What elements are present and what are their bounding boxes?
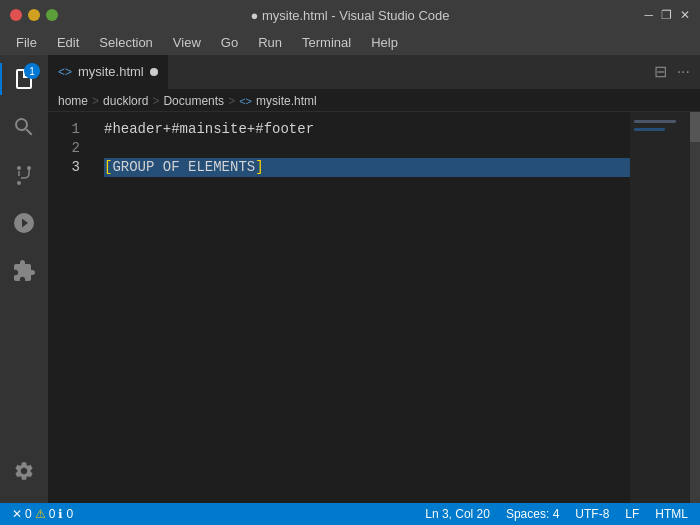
line-number-2: 2 (48, 139, 80, 158)
window-controls (10, 9, 58, 21)
editor-area: <> mysite.html ⊟ ··· home > ducklord > D… (48, 55, 700, 503)
activity-bar: 1 (0, 55, 48, 503)
line-numbers: 1 2 3 (48, 112, 88, 503)
editor-tab-mysite[interactable]: <> mysite.html (48, 55, 169, 89)
settings-activity-icon[interactable] (0, 447, 48, 495)
file-icon: <> (58, 65, 72, 79)
tab-modified-dot (150, 68, 158, 76)
window-title: ● mysite.html - Visual Studio Code (250, 8, 449, 23)
explorer-activity-icon[interactable]: 1 (0, 55, 48, 103)
error-count: 0 (25, 507, 32, 521)
title-bar: ● mysite.html - Visual Studio Code ─ ❐ ✕ (0, 0, 700, 30)
selected-text: GROUP OF ELEMENTS (112, 158, 255, 177)
encoding-text: UTF-8 (575, 507, 609, 521)
code-editor[interactable]: 1 2 3 #header+#mainsite+#footer [GROUP O… (48, 112, 700, 503)
source-control-activity-icon[interactable] (0, 151, 48, 199)
main-layout: 1 (0, 55, 700, 503)
code-line-2 (104, 139, 630, 158)
close-button[interactable] (10, 9, 22, 21)
minimap-line-1 (634, 120, 676, 123)
status-language[interactable]: HTML (651, 507, 692, 521)
run-debug-activity-icon[interactable] (0, 199, 48, 247)
info-icon: ℹ (58, 507, 63, 521)
win-close-icon[interactable]: ✕ (680, 8, 690, 22)
code-line-3: [GROUP OF ELEMENTS] (104, 158, 630, 177)
error-icon: ✕ (12, 507, 22, 521)
vertical-scrollbar[interactable] (690, 112, 700, 503)
scrollbar-thumb[interactable] (690, 112, 700, 142)
breadcrumb-home[interactable]: home (58, 94, 88, 108)
maximize-button[interactable] (46, 9, 58, 21)
warning-icon: ⚠ (35, 507, 46, 521)
window-right-controls: ─ ❐ ✕ (644, 8, 690, 22)
status-position[interactable]: Ln 3, Col 20 (421, 507, 494, 521)
menu-item-view[interactable]: View (165, 33, 209, 52)
menu-item-selection[interactable]: Selection (91, 33, 160, 52)
tab-label: mysite.html (78, 64, 144, 79)
minimap-line-3 (634, 128, 665, 131)
breadcrumb-ducklord[interactable]: ducklord (103, 94, 148, 108)
win-minimize-icon[interactable]: ─ (644, 8, 653, 22)
extensions-activity-icon[interactable] (0, 247, 48, 295)
info-count: 0 (66, 507, 73, 521)
bracket-close: ] (255, 158, 263, 177)
bracket-open: [ (104, 158, 112, 177)
status-spaces[interactable]: Spaces: 4 (502, 507, 563, 521)
line-number-3: 3 (48, 158, 80, 177)
breadcrumb-file-icon: <> (239, 95, 252, 107)
win-restore-icon[interactable]: ❐ (661, 8, 672, 22)
menu-item-run[interactable]: Run (250, 33, 290, 52)
minimize-button[interactable] (28, 9, 40, 21)
code-text-1: #header+#mainsite+#footer (104, 120, 314, 139)
spaces-text: Spaces: 4 (506, 507, 559, 521)
code-content[interactable]: #header+#mainsite+#footer [GROUP OF ELEM… (88, 112, 630, 503)
breadcrumb-file[interactable]: mysite.html (256, 94, 317, 108)
tab-actions: ⊟ ··· (644, 55, 700, 89)
explorer-badge: 1 (24, 63, 40, 79)
tab-bar: <> mysite.html ⊟ ··· (48, 55, 700, 90)
line-number-1: 1 (48, 120, 80, 139)
menu-item-help[interactable]: Help (363, 33, 406, 52)
menu-item-terminal[interactable]: Terminal (294, 33, 359, 52)
minimap (630, 112, 690, 503)
activity-bar-bottom (0, 447, 48, 503)
position-text: Ln 3, Col 20 (425, 507, 490, 521)
status-line-ending[interactable]: LF (621, 507, 643, 521)
status-right: Ln 3, Col 20 Spaces: 4 UTF-8 LF HTML (421, 507, 692, 521)
menu-item-go[interactable]: Go (213, 33, 246, 52)
breadcrumb-sep-1: > (92, 94, 99, 108)
more-actions-button[interactable]: ··· (675, 61, 692, 83)
breadcrumb: home > ducklord > Documents > <> mysite.… (48, 90, 700, 112)
split-editor-button[interactable]: ⊟ (652, 60, 669, 83)
status-bar: ✕ 0 ⚠ 0 ℹ 0 Ln 3, Col 20 Spaces: 4 UTF-8… (0, 503, 700, 525)
breadcrumb-sep-3: > (228, 94, 235, 108)
menu-item-edit[interactable]: Edit (49, 33, 87, 52)
status-left: ✕ 0 ⚠ 0 ℹ 0 (8, 507, 77, 521)
status-encoding[interactable]: UTF-8 (571, 507, 613, 521)
breadcrumb-documents[interactable]: Documents (163, 94, 224, 108)
breadcrumb-sep-2: > (152, 94, 159, 108)
warning-count: 0 (49, 507, 56, 521)
menu-item-file[interactable]: File (8, 33, 45, 52)
code-line-1: #header+#mainsite+#footer (104, 120, 630, 139)
status-errors[interactable]: ✕ 0 ⚠ 0 ℹ 0 (8, 507, 77, 521)
menu-bar: FileEditSelectionViewGoRunTerminalHelp (0, 30, 700, 55)
line-ending-text: LF (625, 507, 639, 521)
search-activity-icon[interactable] (0, 103, 48, 151)
language-text: HTML (655, 507, 688, 521)
